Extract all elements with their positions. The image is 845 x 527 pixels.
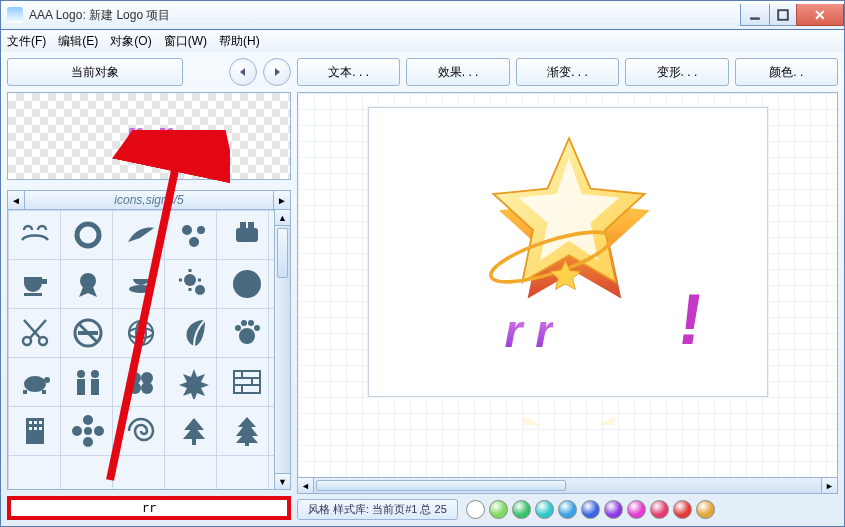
icon-grid	[8, 210, 274, 489]
icon-cup[interactable]	[8, 259, 61, 308]
menu-window[interactable]: 窗口(W)	[164, 33, 207, 50]
maximize-button[interactable]	[769, 4, 797, 26]
titlebar: AAA Logo: 新建 Logo 项目 ✕	[0, 0, 845, 30]
swatch-0[interactable]	[466, 500, 485, 519]
icon-people[interactable]	[61, 357, 114, 406]
text-input-highlight	[7, 496, 291, 520]
icon-cup2[interactable]	[114, 259, 167, 308]
preview-text: r r	[125, 114, 173, 159]
canvas-text-rr[interactable]: r r	[505, 304, 554, 358]
svg-rect-41	[29, 421, 32, 424]
svg-rect-43	[39, 421, 42, 424]
menu-help[interactable]: 帮助(H)	[219, 33, 260, 50]
reflection	[449, 371, 689, 425]
menu-object[interactable]: 对象(O)	[110, 33, 151, 50]
icon-globe[interactable]	[114, 308, 167, 357]
svg-point-2	[77, 224, 99, 246]
icon-scissors[interactable]	[8, 308, 61, 357]
svg-rect-42	[34, 421, 37, 424]
icon-bricks[interactable]	[221, 357, 274, 406]
svg-point-32	[91, 370, 99, 378]
category-label[interactable]: icons,signs/5	[25, 190, 273, 210]
svg-rect-52	[192, 439, 196, 445]
canvas-hscrollbar[interactable]: ◄ ►	[297, 478, 838, 494]
icon-waves-people[interactable]	[8, 210, 61, 259]
scroll-down-icon[interactable]: ▼	[275, 473, 290, 489]
canvas-exclamation[interactable]: !	[673, 278, 709, 360]
icon-leaf[interactable]	[168, 308, 221, 357]
hscroll-right-icon[interactable]: ►	[821, 478, 837, 493]
swatch-6[interactable]	[604, 500, 623, 519]
logo-text-input[interactable]	[11, 501, 287, 515]
icon-ring[interactable]	[61, 210, 114, 259]
next-object-button[interactable]	[263, 58, 291, 86]
swatch-10[interactable]	[696, 500, 715, 519]
hscroll-thumb[interactable]	[316, 480, 566, 491]
svg-point-26	[254, 325, 260, 331]
window-title: AAA Logo: 新建 Logo 项目	[29, 7, 741, 24]
canvas[interactable]: r r !	[297, 92, 838, 478]
icon-swoosh[interactable]	[114, 210, 167, 259]
swatch-8[interactable]	[650, 500, 669, 519]
svg-point-49	[83, 437, 93, 447]
icon-splat[interactable]	[168, 357, 221, 406]
color-button[interactable]: 颜色. .	[735, 58, 838, 86]
icon-gears[interactable]	[168, 259, 221, 308]
artboard[interactable]: r r !	[368, 107, 768, 397]
prev-object-button[interactable]	[229, 58, 257, 86]
scroll-up-icon[interactable]: ▲	[275, 210, 290, 226]
icon-medal[interactable]	[61, 259, 114, 308]
category-prev[interactable]: ◄	[7, 190, 25, 210]
svg-point-28	[44, 377, 50, 383]
svg-point-25	[248, 320, 254, 326]
icon-spots[interactable]	[168, 210, 221, 259]
swatch-5[interactable]	[581, 500, 600, 519]
icon-building[interactable]	[8, 406, 61, 455]
svg-rect-0	[750, 17, 760, 19]
svg-rect-44	[29, 427, 32, 430]
swatch-7[interactable]	[627, 500, 646, 519]
svg-point-27	[24, 376, 46, 392]
swatch-2[interactable]	[512, 500, 531, 519]
svg-point-4	[197, 226, 205, 234]
star-logo[interactable]	[479, 122, 659, 302]
transform-button[interactable]: 变形. . .	[625, 58, 728, 86]
svg-rect-29	[23, 390, 27, 394]
svg-rect-30	[42, 390, 46, 394]
effect-button[interactable]: 效果. . .	[406, 58, 509, 86]
menu-edit[interactable]: 编辑(E)	[58, 33, 98, 50]
icon-tree2[interactable]	[221, 406, 274, 455]
icon-grid-scrollbar[interactable]: ▲ ▼	[274, 210, 290, 489]
icon-spiral[interactable]	[114, 406, 167, 455]
current-object-button[interactable]: 当前对象	[7, 58, 183, 86]
swatch-9[interactable]	[673, 500, 692, 519]
icon-no-smoke[interactable]	[61, 308, 114, 357]
svg-point-14	[23, 337, 31, 345]
svg-rect-8	[248, 222, 254, 228]
scroll-thumb[interactable]	[277, 228, 288, 278]
minimize-button[interactable]	[740, 4, 770, 26]
swatch-3[interactable]	[535, 500, 554, 519]
icon-hand[interactable]	[221, 308, 274, 357]
icon-flower[interactable]	[61, 406, 114, 455]
gradient-button[interactable]: 渐变. . .	[516, 58, 619, 86]
hscroll-left-icon[interactable]: ◄	[298, 478, 314, 493]
menu-file[interactable]: 文件(F)	[7, 33, 46, 50]
svg-rect-1	[778, 10, 788, 20]
text-button[interactable]: 文本. . .	[297, 58, 400, 86]
icon-tree1[interactable]	[168, 406, 221, 455]
svg-point-3	[182, 225, 192, 235]
swatch-4[interactable]	[558, 500, 577, 519]
icon-pinwheel[interactable]	[221, 259, 274, 308]
swatch-1[interactable]	[489, 500, 508, 519]
svg-point-12	[184, 274, 196, 286]
svg-rect-34	[91, 379, 99, 395]
icon-turtle[interactable]	[8, 357, 61, 406]
svg-rect-46	[39, 427, 42, 430]
close-button[interactable]: ✕	[796, 4, 844, 26]
svg-point-50	[72, 426, 82, 436]
icon-phone[interactable]	[221, 210, 274, 259]
category-next[interactable]: ►	[273, 190, 291, 210]
svg-point-51	[94, 426, 104, 436]
icon-clover[interactable]	[114, 357, 167, 406]
